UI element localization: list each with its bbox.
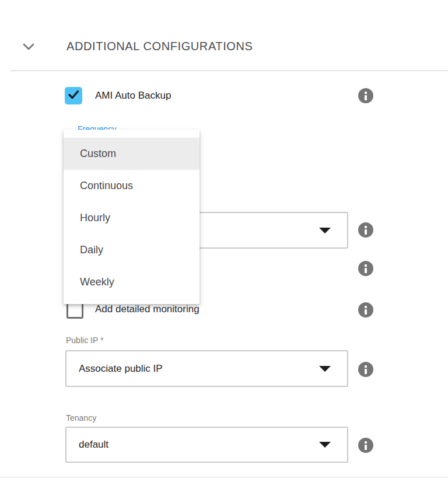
info-icon[interactable] <box>358 222 373 238</box>
ami-auto-backup-label: AMI Auto Backup <box>95 90 171 102</box>
frequency-dropdown-menu: Custom Continuous Hourly Daily Weekly <box>64 130 200 304</box>
additional-configurations-panel: ADDITIONAL CONFIGURATIONS AMI Auto Backu… <box>0 0 448 485</box>
info-icon-dot <box>365 441 367 444</box>
menu-item-continuous[interactable]: Continuous <box>64 170 200 202</box>
info-icon[interactable] <box>358 88 373 103</box>
info-icon-stem <box>365 95 367 100</box>
detailed-monitoring-checkbox[interactable] <box>66 302 83 319</box>
bottom-divider <box>0 477 448 478</box>
public-ip-value: Associate public IP <box>66 363 163 375</box>
info-icon-dot <box>365 226 367 228</box>
section-title: ADDITIONAL CONFIGURATIONS <box>66 40 253 53</box>
section-collapse-button[interactable] <box>21 41 36 53</box>
caret-down-icon <box>319 366 331 372</box>
info-icon[interactable] <box>358 261 373 276</box>
checkmark-icon <box>66 88 80 104</box>
menu-item-hourly[interactable]: Hourly <box>64 202 200 234</box>
info-icon-stem <box>365 445 367 450</box>
info-icon-stem <box>365 229 367 235</box>
detailed-monitoring-label: Add detailed monitoring <box>95 303 200 315</box>
chevron-down-icon <box>21 44 36 54</box>
info-icon-stem <box>365 369 367 374</box>
info-icon-stem <box>365 309 367 315</box>
tenancy-value: default <box>66 439 108 451</box>
info-icon[interactable] <box>358 362 373 377</box>
tenancy-label: Tenancy <box>66 413 96 423</box>
info-icon[interactable] <box>358 302 373 317</box>
info-icon-dot <box>365 264 367 267</box>
caret-down-icon <box>319 442 331 448</box>
info-icon-dot <box>365 92 367 94</box>
caret-down-icon <box>319 228 331 233</box>
info-icon-dot <box>365 365 367 368</box>
tenancy-select[interactable]: default <box>65 427 348 463</box>
section-divider <box>10 70 448 71</box>
menu-item-weekly[interactable]: Weekly <box>64 266 200 298</box>
public-ip-label: Public IP * <box>66 336 103 345</box>
menu-item-custom[interactable]: Custom <box>64 138 200 170</box>
menu-item-daily[interactable]: Daily <box>64 234 200 266</box>
public-ip-select[interactable]: Associate public IP <box>65 350 348 387</box>
ami-auto-backup-checkbox[interactable] <box>65 87 82 104</box>
info-icon-stem <box>365 268 367 273</box>
info-icon[interactable] <box>358 438 373 453</box>
info-icon-dot <box>365 306 367 308</box>
